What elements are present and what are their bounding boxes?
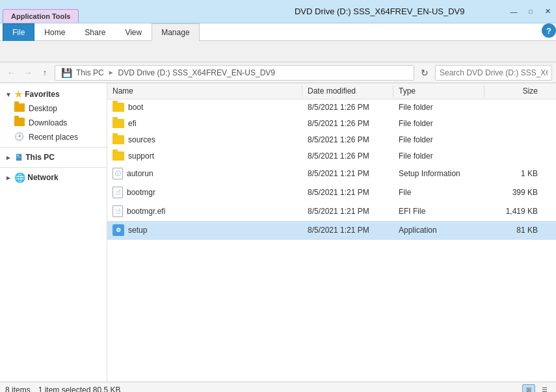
cell-date: 8/5/2021 1:26 PM [302,118,393,129]
file-icon: 📄 [113,187,123,198]
titlebar: Application Tools DVD Drive (D:) SSS_X64… [0,0,556,23]
col-header-name[interactable]: Name [107,85,302,97]
status-bar: 8 items 1 item selected 80.5 KB ⊞ ☰ [0,382,556,392]
col-header-size[interactable]: Size [484,85,543,97]
file-name: boot [128,103,143,112]
sidebar-item-desktop[interactable]: Desktop [0,101,107,116]
table-row[interactable]: boot 8/5/2021 1:26 PM File folder [107,99,556,116]
item-count: 8 items [5,385,31,393]
path-dvd: DVD Drive (D:) SSS_X64FREV_EN-US_DV9 [118,68,275,77]
folder-icon [113,135,124,144]
table-row[interactable]: ⓘ autorun 8/5/2021 1:21 PM Setup Informa… [107,164,556,183]
file-name: bootmgr [127,188,155,197]
sidebar-header-network[interactable]: ► 🌐 Network [0,170,107,185]
maximize-button[interactable]: □ [522,5,539,18]
back-button[interactable]: ← [4,66,18,80]
file-name: support [128,151,154,161]
close-button[interactable]: ✕ [539,5,556,18]
main-content: ▼ ★ Favorites Desktop Downloads 🕑 Recent… [0,83,556,382]
sidebar-divider-2 [0,167,107,168]
search-input[interactable] [435,65,552,81]
tab-share[interactable]: Share [75,23,115,41]
autorun-icon: ⓘ [113,168,123,179]
sidebar-desktop-label: Desktop [29,104,57,113]
ribbon: File Home Share View Manage ? [0,23,556,62]
application-tools-tab[interactable]: Application Tools [3,9,79,23]
cell-size [484,138,543,141]
table-row[interactable]: efi 8/5/2021 1:26 PM File folder [107,116,556,132]
sidebar-header-thispc[interactable]: ► 🖥 This PC [0,150,107,164]
table-row[interactable]: 📄 bootmgr 8/5/2021 1:21 PM File 399 KB [107,183,556,202]
cell-size: 81 KB [484,224,543,236]
file-name: sources [128,135,155,144]
setup-icon: ⚙ [113,224,124,236]
cell-name: ⓘ autorun [107,166,302,181]
view-large-icons-button[interactable]: ⊞ [522,384,535,393]
thispc-label: This PC [25,153,55,162]
col-header-date[interactable]: Date modified [302,85,393,97]
path-icon: 💾 [61,68,72,78]
view-details-button[interactable]: ☰ [538,384,551,393]
sidebar-recent-label: Recent places [29,133,78,142]
address-bar: ← → ↑ 💾 This PC ► DVD Drive (D:) SSS_X64… [0,62,556,83]
sidebar: ▼ ★ Favorites Desktop Downloads 🕑 Recent… [0,83,107,382]
cell-date: 8/5/2021 1:21 PM [302,168,393,179]
cell-size [484,106,543,109]
thispc-icon: 🖥 [14,152,23,163]
cell-name: ⚙ setup [107,223,302,237]
titlebar-tabs: Application Tools [0,0,254,23]
cell-name: support [107,150,302,162]
favorites-label: Favorites [25,90,59,99]
path-separator-1: ► [108,69,114,76]
cell-date: 8/5/2021 1:21 PM [302,187,393,198]
recent-icon: 🕑 [14,132,25,142]
network-arrow: ► [5,174,12,181]
desktop-folder-icon [14,103,25,114]
favorites-star-icon: ★ [14,89,23,99]
cell-size [484,155,543,157]
cell-date: 8/5/2021 1:26 PM [302,150,393,162]
sidebar-item-recent[interactable]: 🕑 Recent places [0,130,107,144]
sidebar-section-favorites: ▼ ★ Favorites Desktop Downloads 🕑 Recent… [0,87,107,144]
col-header-type[interactable]: Type [393,85,484,97]
cell-type: EFI File [393,205,484,217]
ribbon-tabs: File Home Share View Manage ? [0,23,556,41]
cell-size: 399 KB [484,187,543,198]
table-row[interactable]: ⚙ setup 8/5/2021 1:21 PM Application 81 … [107,221,556,240]
cell-size: 1,419 KB [484,205,543,217]
network-label: Network [27,173,58,182]
favorites-arrow: ▼ [5,91,12,98]
sidebar-header-favorites[interactable]: ▼ ★ Favorites [0,87,107,101]
window-controls: — □ ✕ [505,0,556,23]
cell-type: File folder [393,150,484,162]
cell-name: efi [107,118,302,129]
downloads-folder-icon [14,118,25,128]
tab-view[interactable]: View [115,23,152,41]
cell-date: 8/5/2021 1:26 PM [302,134,393,146]
cell-type: Application [393,224,484,236]
thispc-arrow: ► [5,154,12,161]
address-path[interactable]: 💾 This PC ► DVD Drive (D:) SSS_X64FREV_E… [55,65,414,81]
table-row[interactable]: support 8/5/2021 1:26 PM File folder [107,148,556,164]
tab-file[interactable]: File [3,23,34,41]
sidebar-downloads-label: Downloads [29,118,67,127]
refresh-button[interactable]: ↻ [417,65,432,81]
folder-icon [113,151,124,161]
ribbon-content [0,41,556,62]
sidebar-divider-1 [0,147,107,148]
minimize-button[interactable]: — [505,5,522,18]
cell-name: 📄 bootmgr.efi [107,204,302,218]
tab-manage[interactable]: Manage [152,23,199,41]
sidebar-item-downloads[interactable]: Downloads [0,116,107,130]
tab-home[interactable]: Home [34,23,75,41]
forward-button[interactable]: → [21,66,35,80]
help-button[interactable]: ? [542,23,556,38]
folder-icon [113,103,124,112]
up-button[interactable]: ↑ [38,66,52,80]
cell-type: File folder [393,134,484,146]
cell-name: 📄 bootmgr [107,185,302,200]
table-row[interactable]: sources 8/5/2021 1:26 PM File folder [107,132,556,148]
table-row[interactable]: 📄 bootmgr.efi 8/5/2021 1:21 PM EFI File … [107,202,556,221]
file-name: autorun [127,169,153,178]
cell-date: 8/5/2021 1:21 PM [302,205,393,217]
